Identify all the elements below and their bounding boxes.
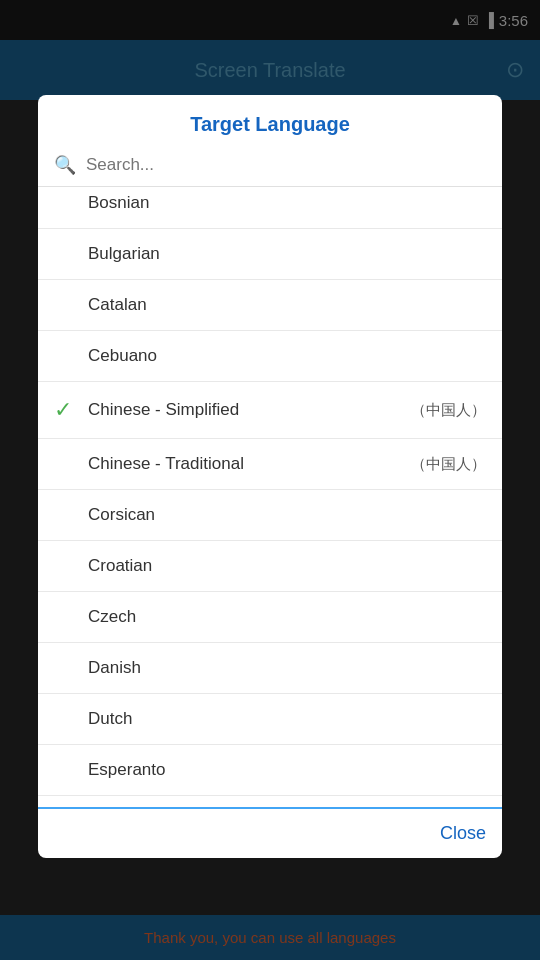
list-item[interactable]: Dutch (38, 694, 502, 745)
list-item[interactable]: Estonian (38, 796, 502, 807)
dialog-footer: Close (38, 807, 502, 858)
lang-native: （中国人） (411, 455, 486, 474)
search-icon: 🔍 (54, 154, 76, 176)
list-item[interactable]: Croatian (38, 541, 502, 592)
list-item[interactable]: ✓Chinese - Simplified（中国人） (38, 382, 502, 439)
lang-name: Cebuano (88, 346, 486, 366)
lang-name: Chinese - Simplified (88, 400, 403, 420)
dialog-title: Target Language (38, 95, 502, 148)
list-item[interactable]: Catalan (38, 280, 502, 331)
close-button[interactable]: Close (440, 823, 486, 844)
list-item[interactable]: Esperanto (38, 745, 502, 796)
list-item[interactable]: Bulgarian (38, 229, 502, 280)
search-input[interactable] (86, 155, 486, 175)
lang-name: Danish (88, 658, 486, 678)
lang-name: Corsican (88, 505, 486, 525)
list-item[interactable]: Czech (38, 592, 502, 643)
lang-name: Bosnian (88, 193, 486, 213)
lang-name: Esperanto (88, 760, 486, 780)
list-item[interactable]: Corsican (38, 490, 502, 541)
search-container: 🔍 (38, 148, 502, 187)
lang-name: Catalan (88, 295, 486, 315)
lang-name: Czech (88, 607, 486, 627)
lang-name: Dutch (88, 709, 486, 729)
list-item[interactable]: Cebuano (38, 331, 502, 382)
language-list: BosnianBulgarianCatalanCebuano✓Chinese -… (38, 187, 502, 807)
language-dialog: Target Language 🔍 BosnianBulgarianCatala… (38, 95, 502, 858)
list-item[interactable]: Bosnian (38, 187, 502, 229)
list-item[interactable]: Chinese - Traditional（中国人） (38, 439, 502, 490)
lang-name: Croatian (88, 556, 486, 576)
lang-name: Bulgarian (88, 244, 486, 264)
lang-native: （中国人） (411, 401, 486, 420)
list-item[interactable]: Danish (38, 643, 502, 694)
check-icon: ✓ (54, 397, 78, 423)
lang-name: Chinese - Traditional (88, 454, 403, 474)
